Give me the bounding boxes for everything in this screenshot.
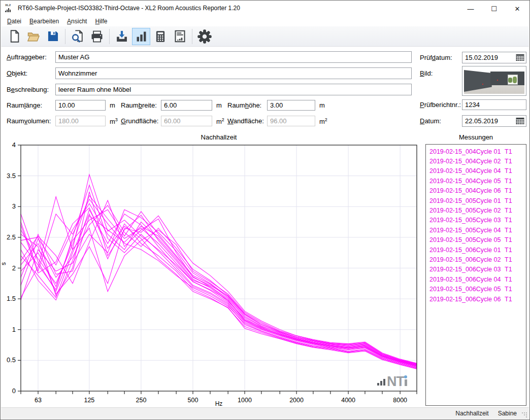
y-tick-label: 0: [12, 387, 16, 395]
auftraggeber-label: Auftraggeber:: [7, 53, 47, 61]
measurement-name: 2019-02-15_005Cycle 02: [426, 207, 501, 214]
print-preview-icon: [71, 29, 85, 44]
raumvolumen-label: Raumvolumen:: [7, 117, 51, 125]
grundflaeche-field: [161, 116, 212, 126]
pruefdatum-calendar-button[interactable]: [514, 52, 526, 63]
list-item[interactable]: 2019-02-15_004Cycle 04T1: [426, 166, 526, 176]
bar-chart-icon: [135, 29, 148, 43]
measurement-name: 2019-02-15_004Cycle 01: [426, 148, 501, 155]
menu-datei[interactable]: Datei: [3, 17, 25, 26]
measurement-name: 2019-02-15_006Cycle 01: [426, 247, 501, 254]
menu-ansicht[interactable]: Ansicht: [63, 17, 91, 26]
grundflaeche-label: Grundfläche:: [121, 117, 158, 125]
xl2-icon-bars: [5, 8, 15, 12]
calculator-icon: [154, 30, 167, 43]
datum-input[interactable]: [462, 117, 514, 125]
calculator-button[interactable]: [151, 28, 170, 45]
measurement-trace: [21, 185, 417, 368]
measurement-type: T1: [501, 247, 512, 254]
import-download-icon: [115, 29, 129, 44]
pruefberichtnr-field[interactable]: [462, 99, 526, 110]
measurement-name: 2019-02-15_005Cycle 04: [426, 227, 501, 234]
list-item[interactable]: 2019-02-15_005Cycle 04T1: [426, 225, 526, 235]
toolbar: [1, 26, 529, 47]
minimize-button[interactable]: —: [459, 1, 482, 16]
list-item[interactable]: 2019-02-15_005Cycle 03T1: [426, 216, 526, 225]
measurement-type: T1: [501, 266, 512, 273]
measurement-name: 2019-02-15_004Cycle 04: [426, 167, 501, 174]
raumlaenge-field[interactable]: [55, 100, 106, 111]
maximize-button[interactable]: ☐: [482, 1, 506, 16]
y-tick-label: 2.5: [7, 233, 16, 241]
print-preview-button[interactable]: [69, 28, 87, 45]
status-nachhallzeit: Nachhallzeit: [451, 410, 493, 417]
title-bar: XL2 RT60-Sample-Project-ISO3382-Third-Oc…: [1, 1, 529, 16]
measurement-name: 2019-02-15_006Cycle 06: [426, 296, 501, 303]
raumhoehe-label: Raumhöhe:: [227, 101, 261, 109]
status-bar: Nachhallzeit Sabine: [1, 407, 529, 419]
open-folder-button[interactable]: [24, 28, 43, 45]
y-tick-label: 4: [12, 141, 16, 149]
list-item[interactable]: 2019-02-15_006Cycle 06T1: [426, 294, 526, 304]
grundflaeche-unit: m2: [216, 117, 224, 125]
datum-field[interactable]: [462, 115, 526, 127]
menu-bearbeiten[interactable]: Bearbeiten: [25, 17, 63, 26]
menu-bar: Datei Bearbeiten Ansicht Hilfe: [1, 16, 529, 26]
measurement-type: T1: [501, 158, 512, 165]
settings-button[interactable]: [195, 28, 214, 45]
toolbar-separator: [192, 29, 192, 44]
pruefdatum-input[interactable]: [462, 54, 514, 61]
list-item[interactable]: 2019-02-15_004Cycle 01T1: [426, 147, 526, 156]
list-item[interactable]: 2019-02-15_005Cycle 02T1: [426, 205, 526, 215]
window-title: RT60-Sample-Project-ISO3382-Third-Octave…: [18, 5, 240, 12]
datum-calendar-button[interactable]: [514, 116, 526, 126]
measurement-name: 2019-02-15_006Cycle 02: [426, 256, 501, 263]
import-measurements-button[interactable]: [113, 28, 131, 45]
measurement-trace: [21, 174, 417, 366]
measurement-type: T1: [501, 236, 512, 243]
measurement-type: T1: [501, 178, 512, 185]
auftraggeber-field[interactable]: [55, 51, 412, 63]
toolbar-separator: [109, 29, 110, 44]
raumbreite-field[interactable]: [161, 100, 212, 111]
pruefdatum-label: Prüfdatum:: [420, 54, 452, 61]
measurement-trace: [21, 205, 417, 364]
new-document-button[interactable]: [5, 28, 23, 45]
list-item[interactable]: 2019-02-15_004Cycle 06T1: [426, 186, 526, 196]
y-tick-label: 2: [12, 264, 16, 272]
measurement-type: T1: [501, 207, 512, 214]
measurement-type: T1: [501, 296, 512, 303]
save-button[interactable]: [44, 28, 62, 45]
list-item[interactable]: 2019-02-15_005Cycle 05T1: [426, 235, 526, 245]
report-icon: [173, 29, 187, 43]
bild-thumbnail[interactable]: [462, 66, 526, 96]
measurement-name: 2019-02-15_005Cycle 03: [426, 217, 501, 224]
wandflaeche-label: Wandfläche:: [227, 117, 264, 125]
raumbreite-label: Raumbreite:: [121, 101, 157, 109]
chart-view-button[interactable]: [132, 28, 150, 45]
list-item[interactable]: 2019-02-15_006Cycle 05T1: [426, 284, 526, 294]
objekt-field[interactable]: [55, 67, 412, 79]
list-item[interactable]: 2019-02-15_005Cycle 01T1: [426, 196, 526, 205]
list-item[interactable]: 2019-02-15_004Cycle 05T1: [426, 176, 526, 186]
room-photo: [464, 68, 524, 94]
chart-x-axis-unit: Hz: [21, 400, 417, 407]
list-item[interactable]: 2019-02-15_006Cycle 03T1: [426, 265, 526, 274]
list-item[interactable]: 2019-02-15_006Cycle 01T1: [426, 245, 526, 255]
print-button[interactable]: [88, 28, 106, 45]
status-sabine: Sabine: [493, 410, 521, 417]
menu-hilfe[interactable]: Hilfe: [91, 17, 111, 26]
close-button[interactable]: ✕: [506, 1, 529, 16]
xl2-app-icon: XL2: [5, 4, 15, 14]
report-view-button[interactable]: [171, 28, 189, 45]
beschreibung-field[interactable]: [55, 84, 412, 95]
list-item[interactable]: 2019-02-15_006Cycle 04T1: [426, 274, 526, 284]
measurement-type: T1: [501, 276, 512, 283]
pruefdatum-field[interactable]: [462, 52, 526, 63]
y-tick-label: 1: [12, 326, 16, 333]
list-item[interactable]: 2019-02-15_006Cycle 02T1: [426, 255, 526, 264]
raumhoehe-field[interactable]: [267, 100, 315, 111]
resize-grip[interactable]: [521, 412, 528, 418]
raumvolumen-unit: m3: [110, 117, 118, 125]
list-item[interactable]: 2019-02-15_004Cycle 02T1: [426, 156, 526, 166]
